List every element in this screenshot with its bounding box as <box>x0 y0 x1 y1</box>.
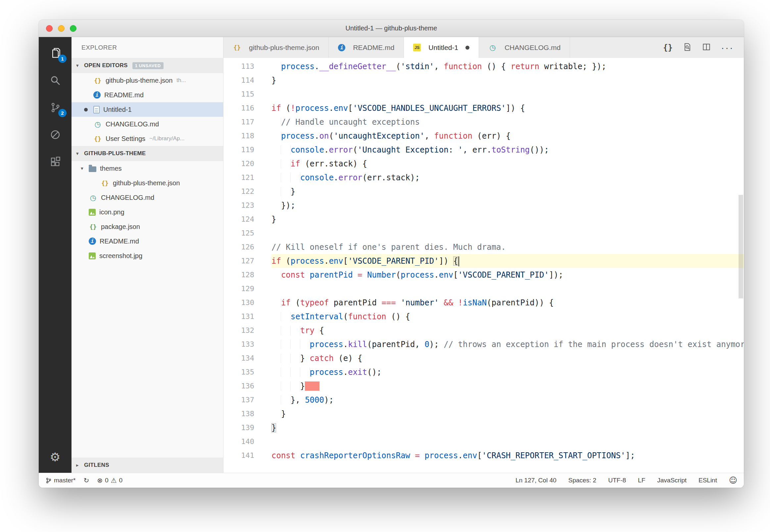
braces-action-icon[interactable]: {} <box>663 43 673 52</box>
line-content[interactable]: process.on('uncaughtException', function… <box>271 129 744 143</box>
line-content[interactable] <box>271 282 744 296</box>
code-line-120[interactable]: 120 if (err.stack) { <box>223 157 744 171</box>
title-bar[interactable]: Untitled-1 — github-plus-theme <box>39 20 744 37</box>
line-content[interactable]: }, 5000); <box>271 393 744 407</box>
line-number[interactable]: 121 <box>223 171 271 185</box>
line-number[interactable]: 140 <box>223 435 271 449</box>
line-number[interactable]: 138 <box>223 407 271 421</box>
minimize-button[interactable] <box>58 25 65 32</box>
code-line-133[interactable]: 133 process.kill(parentPid, 0); // throw… <box>223 337 744 351</box>
line-number[interactable]: 141 <box>223 449 271 463</box>
line-number[interactable]: 135 <box>223 365 271 379</box>
open-editor-changelog-md[interactable]: ◷CHANGELOG.md <box>71 117 223 131</box>
line-content[interactable]: try { <box>271 324 744 337</box>
close-button[interactable] <box>46 25 53 32</box>
split-editor-icon[interactable] <box>702 42 711 53</box>
code-line-122[interactable]: 122 } <box>223 185 744 199</box>
problems-status[interactable]: ⊗ 0 ⚠ 0 <box>97 477 122 484</box>
line-number[interactable]: 120 <box>223 157 271 171</box>
gitlens-section-header[interactable]: ▸ GITLENS <box>71 458 223 473</box>
code-line-119[interactable]: 119 console.error('Uncaught Exception: '… <box>223 143 744 157</box>
code-line-134[interactable]: 134 } catch (e) { <box>223 351 744 365</box>
tab-github-plus-theme-json[interactable]: {}github-plus-theme.json <box>223 37 329 58</box>
line-number[interactable]: 128 <box>223 268 271 282</box>
sync-button[interactable]: ↻ <box>83 477 89 484</box>
line-number[interactable]: 134 <box>223 351 271 365</box>
line-number[interactable]: 115 <box>223 87 271 101</box>
line-content[interactable]: } <box>271 73 744 87</box>
vertical-scrollbar[interactable] <box>737 58 744 473</box>
line-number[interactable]: 136 <box>223 379 271 393</box>
line-number[interactable]: 124 <box>223 212 271 226</box>
line-number[interactable]: 117 <box>223 115 271 129</box>
line-content[interactable]: } <box>271 407 744 421</box>
tree-item-changelog-md[interactable]: ◷CHANGELOG.md <box>71 190 223 205</box>
line-number[interactable]: 116 <box>223 101 271 115</box>
open-editors-header[interactable]: ▾ OPEN EDITORS 1 UNSAVED <box>71 58 223 73</box>
line-content[interactable]: } <box>271 421 744 435</box>
open-editor-readme-md[interactable]: iREADME.md <box>71 88 223 102</box>
line-number[interactable]: 118 <box>223 129 271 143</box>
tree-item-icon-png[interactable]: icon.png <box>71 205 223 219</box>
line-number[interactable]: 129 <box>223 282 271 296</box>
code-line-135[interactable]: 135 process.exit(); <box>223 365 744 379</box>
line-content[interactable]: process.kill(parentPid, 0); // throws an… <box>271 337 744 351</box>
activity-search-icon[interactable] <box>39 67 71 94</box>
tree-item-screenshot-jpg[interactable]: screenshot.jpg <box>71 248 223 263</box>
status-cursor-position[interactable]: Ln 127, Col 40 <box>516 477 557 484</box>
open-editor-github-plus-theme-json[interactable]: {}github-plus-theme.jsonth... <box>71 73 223 88</box>
tab-untitled-1[interactable]: JSUntitled-1 <box>404 37 479 58</box>
line-number[interactable]: 127 <box>223 254 271 268</box>
line-content[interactable]: }); <box>271 199 744 212</box>
tree-item-themes[interactable]: ▾themes <box>71 161 223 176</box>
line-number[interactable]: 114 <box>223 73 271 87</box>
code-line-128[interactable]: 128 const parentPid = Number(process.env… <box>223 268 744 282</box>
line-content[interactable] <box>271 87 744 101</box>
line-content[interactable]: process.exit(); <box>271 365 744 379</box>
line-content[interactable]: } <box>271 185 744 199</box>
status-eol[interactable]: LF <box>638 477 645 484</box>
code-line-116[interactable]: 116if (!process.env['VSCODE_HANDLES_UNCA… <box>223 101 744 115</box>
tab-changelog-md[interactable]: ◷CHANGELOG.md <box>479 37 570 58</box>
line-content[interactable] <box>271 226 744 240</box>
code-line-114[interactable]: 114} <box>223 73 744 87</box>
code-line-136[interactable]: 136 } <box>223 379 744 393</box>
tree-item-github-plus-theme-json[interactable]: {}github-plus-theme.json <box>71 176 223 190</box>
code-line-127[interactable]: 127if (process.env['VSCODE_PARENT_PID'])… <box>223 254 744 268</box>
code-line-130[interactable]: 130 if (typeof parentPid === 'number' &&… <box>223 296 744 310</box>
line-number[interactable]: 139 <box>223 421 271 435</box>
code-line-140[interactable]: 140 <box>223 435 744 449</box>
line-number[interactable]: 123 <box>223 199 271 212</box>
code-line-117[interactable]: 117 // Handle uncaught exceptions <box>223 115 744 129</box>
code-line-118[interactable]: 118 process.on('uncaughtException', func… <box>223 129 744 143</box>
code-line-131[interactable]: 131 setInterval(function () { <box>223 310 744 324</box>
line-number[interactable]: 137 <box>223 393 271 407</box>
tree-item-readme-md[interactable]: iREADME.md <box>71 234 223 248</box>
code-line-115[interactable]: 115 <box>223 87 744 101</box>
tree-item-package-json[interactable]: {}package.json <box>71 219 223 234</box>
status-encoding[interactable]: UTF-8 <box>608 477 626 484</box>
activity-extensions-icon[interactable] <box>39 148 71 175</box>
line-number[interactable]: 130 <box>223 296 271 310</box>
activity-debug-icon[interactable] <box>39 121 71 148</box>
line-number[interactable]: 113 <box>223 60 271 73</box>
line-number[interactable]: 126 <box>223 240 271 254</box>
feedback-smiley[interactable]: ☺ <box>729 476 737 484</box>
code-line-141[interactable]: 141const crashReporterOptionsRaw = proce… <box>223 449 744 463</box>
git-branch-status[interactable]: master* <box>45 477 75 484</box>
open-editor-untitled-1[interactable]: Untitled-1 <box>71 102 223 117</box>
line-number[interactable]: 132 <box>223 324 271 337</box>
status-language-mode[interactable]: JavaScript <box>657 477 687 484</box>
activity-explorer-icon[interactable]: 1 <box>39 40 71 67</box>
line-content[interactable]: } <box>271 212 744 226</box>
line-content[interactable]: process.__defineGetter__('stdin', functi… <box>271 60 744 73</box>
status-eslint[interactable]: ESLint <box>699 477 717 484</box>
line-content[interactable]: setInterval(function () { <box>271 310 744 324</box>
scrollbar-thumb[interactable] <box>739 195 743 299</box>
line-content[interactable]: if (typeof parentPid === 'number' && !is… <box>271 296 744 310</box>
editor[interactable]: 113 process.__defineGetter__('stdin', fu… <box>223 58 744 473</box>
zoom-button[interactable] <box>70 25 76 32</box>
line-number[interactable]: 125 <box>223 226 271 240</box>
activity-settings-icon[interactable]: ⚙ <box>39 444 71 471</box>
code-line-138[interactable]: 138 } <box>223 407 744 421</box>
